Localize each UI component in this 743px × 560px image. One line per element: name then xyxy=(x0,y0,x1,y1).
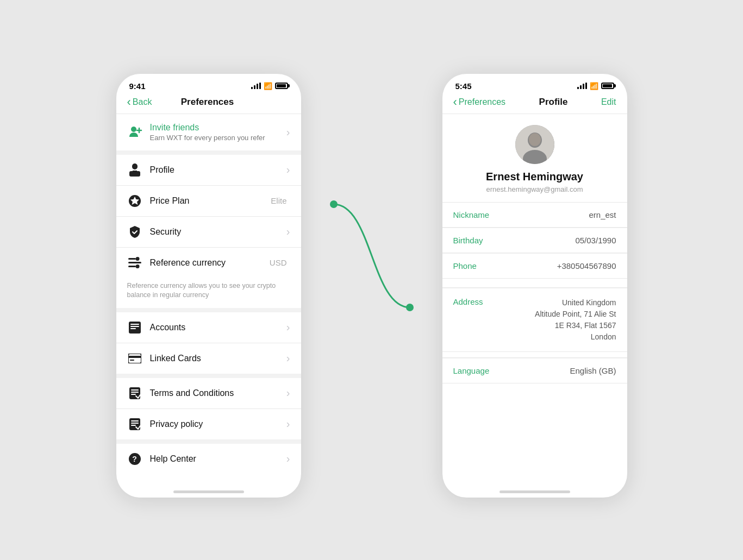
security-label: Security xyxy=(150,227,286,237)
invite-icon xyxy=(127,125,143,139)
nickname-value: ern_est xyxy=(508,210,616,219)
profile-email: ernest.hemingway@gmail.com xyxy=(486,185,583,193)
phone-preferences: 9:41 📶 ‹ Back Preferences xyxy=(116,74,301,498)
nav-title-2: Profile xyxy=(539,97,568,108)
nickname-row: Nickname ern_est xyxy=(442,203,627,227)
invite-title: Invite friends xyxy=(150,123,286,133)
profile-name: Ernest Hemingway xyxy=(486,171,583,183)
birthday-row: Birthday 05/03/1990 xyxy=(442,228,627,253)
svg-rect-11 xyxy=(128,266,136,267)
svg-point-33 xyxy=(529,133,541,146)
privacy-item[interactable]: Privacy policy › xyxy=(116,409,301,439)
help-label: Help Center xyxy=(150,454,286,464)
nav-title-1: Preferences xyxy=(181,97,234,108)
chevron-right-linked-cards: › xyxy=(286,352,290,364)
edit-button[interactable]: Edit xyxy=(601,97,616,107)
divider-1 xyxy=(116,150,301,155)
svg-point-12 xyxy=(135,265,139,268)
main-menu-section: Profile › Price Plan Elite xyxy=(116,155,301,278)
battery-2 xyxy=(601,83,614,89)
phone-value: +380504567890 xyxy=(508,261,616,270)
terms-item[interactable]: Terms and Conditions › xyxy=(116,378,301,408)
help-item[interactable]: ? Help Center › xyxy=(116,444,301,474)
invite-section: Invite friends Earn WXT for every person… xyxy=(116,114,301,150)
spacer-1 xyxy=(442,279,627,287)
terms-label: Terms and Conditions xyxy=(150,388,286,398)
svg-rect-25 xyxy=(131,420,139,421)
status-bar-2: 5:45 📶 xyxy=(442,74,627,94)
back-button-2[interactable]: ‹ Preferences xyxy=(453,96,506,108)
linked-cards-item[interactable]: Linked Cards › xyxy=(116,343,301,374)
home-indicator-2 xyxy=(442,485,627,498)
chevron-right-security: › xyxy=(286,225,290,238)
svg-rect-18 xyxy=(128,356,141,358)
connector-svg xyxy=(334,199,410,362)
svg-point-29 xyxy=(406,304,414,311)
svg-point-0 xyxy=(131,127,136,132)
status-time-1: 9:41 xyxy=(129,81,146,91)
chevron-right-profile: › xyxy=(286,163,290,176)
home-bar-2 xyxy=(500,490,570,493)
svg-rect-27 xyxy=(131,425,136,426)
accounts-item[interactable]: Accounts › xyxy=(116,312,301,343)
spacer-2 xyxy=(442,352,627,357)
phone-profile: 5:45 📶 ‹ Preferences Profile Edit xyxy=(442,74,627,498)
svg-rect-8 xyxy=(128,258,136,260)
invite-item[interactable]: Invite friends Earn WXT for every person… xyxy=(116,114,301,150)
address-row: Address United Kingdom Altitude Point, 7… xyxy=(442,288,627,351)
security-item[interactable]: Security › xyxy=(116,217,301,247)
status-icons-2: 📶 xyxy=(577,82,614,90)
help-section: ? Help Center › xyxy=(116,444,301,474)
chevron-right-help: › xyxy=(286,452,290,465)
nickname-label: Nickname xyxy=(453,210,508,219)
signal-bars-1 xyxy=(251,83,261,89)
home-indicator-1 xyxy=(116,485,301,498)
wifi-icon-2: 📶 xyxy=(590,82,598,90)
divider-3 xyxy=(116,374,301,378)
divider-language xyxy=(442,383,627,383)
avatar xyxy=(515,125,554,164)
svg-rect-15 xyxy=(130,326,139,327)
profile-label: Profile xyxy=(150,165,286,175)
price-plan-icon xyxy=(127,193,142,209)
svg-rect-17 xyxy=(128,354,141,363)
address-value: United Kingdom Altitude Point, 71 Alie S… xyxy=(508,297,616,343)
language-label: Language xyxy=(453,366,508,375)
svg-point-9 xyxy=(135,257,139,261)
svg-rect-5 xyxy=(133,171,137,172)
svg-rect-26 xyxy=(131,423,139,424)
birthday-value: 05/03/1990 xyxy=(508,236,616,245)
home-bar-1 xyxy=(173,490,244,493)
svg-rect-13 xyxy=(129,322,141,334)
privacy-label: Privacy policy xyxy=(150,419,286,429)
terms-icon xyxy=(127,386,142,401)
svg-rect-3 xyxy=(132,163,138,169)
svg-rect-14 xyxy=(130,324,139,325)
language-row: Language English (GB) xyxy=(442,358,627,383)
ref-currency-value: USD xyxy=(270,258,287,267)
svg-rect-4 xyxy=(129,171,140,177)
profile-menu-item[interactable]: Profile › xyxy=(116,155,301,185)
profile-icon xyxy=(127,162,142,178)
back-label-2: Preferences xyxy=(459,97,505,107)
back-button-1[interactable]: ‹ Back xyxy=(127,96,152,108)
status-time-2: 5:45 xyxy=(455,81,472,91)
battery-1 xyxy=(275,83,288,89)
wifi-icon-1: 📶 xyxy=(264,82,272,90)
reference-currency-item[interactable]: Reference currency USD xyxy=(116,248,301,278)
divider-4 xyxy=(116,439,301,444)
accounts-label: Accounts xyxy=(150,323,286,332)
linked-cards-label: Linked Cards xyxy=(150,354,286,363)
accounts-icon xyxy=(127,320,142,335)
invite-subtitle: Earn WXT for every person you refer xyxy=(150,134,286,142)
ref-currency-label: Reference currency xyxy=(150,258,270,268)
avatar-image xyxy=(515,125,554,164)
security-icon xyxy=(127,224,142,240)
price-plan-item[interactable]: Price Plan Elite xyxy=(116,186,301,216)
divider-2 xyxy=(116,308,301,312)
language-value: English (GB) xyxy=(508,366,616,375)
birthday-label: Birthday xyxy=(453,236,508,245)
accounts-section: Accounts › Linked Cards › xyxy=(116,312,301,374)
chevron-right-privacy: › xyxy=(286,418,290,430)
address-label: Address xyxy=(453,297,508,306)
